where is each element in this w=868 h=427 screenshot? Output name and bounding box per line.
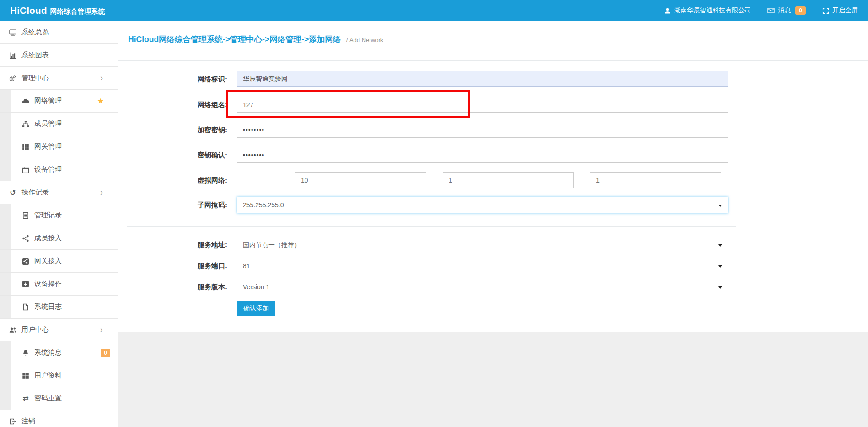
sidebar-item-label: 网关接入 — [34, 257, 62, 265]
sidebar-item-system-log[interactable]: 系统日志 — [0, 296, 118, 319]
sidebar-item-member-access[interactable]: 成员接入 — [0, 227, 118, 250]
subnet-mask-select[interactable]: 255.255.255.0 — [237, 197, 728, 213]
service-version-value: Version 1 — [243, 283, 269, 291]
service-version-label: 服务版本: — [118, 279, 227, 295]
messages-count-badge: 0 — [795, 6, 806, 15]
sidebar-item-label: 系统消息 — [34, 348, 62, 357]
virtual-network-input-1[interactable] — [295, 172, 426, 188]
sidebar-item-label: 密码重置 — [34, 394, 62, 403]
service-port-select[interactable]: 81 — [237, 258, 728, 274]
sidebar-item-label: 管理中心 — [21, 74, 49, 82]
cloud-icon — [21, 97, 30, 105]
calendar-icon — [21, 166, 30, 173]
breadcrumb-path[interactable]: HiCloud网络综合管理系统->管理中心->网络管理->添加网络 — [128, 35, 341, 44]
sidebar-item-label: 网关管理 — [34, 142, 62, 151]
sidebar-item-label: 注销 — [21, 417, 35, 426]
sidebar-item-user-center[interactable]: 用户中心› — [0, 319, 118, 341]
mail-icon — [767, 7, 775, 14]
app-logo[interactable]: HiCloud 网络综合管理系统 — [10, 5, 105, 16]
sidebar-item-label: 成员管理 — [34, 119, 62, 128]
virtual-network-input-3[interactable] — [590, 172, 721, 188]
caret-down-icon — [718, 286, 722, 289]
encrypt-key-input[interactable] — [237, 122, 728, 138]
company-account[interactable]: 湖南华辰智通科技有限公司 — [664, 6, 751, 15]
sitemap-icon — [21, 120, 30, 128]
sidebar-item-user-profile[interactable]: 用户资料 — [0, 364, 118, 387]
sidebar-item-label: 系统日志 — [34, 303, 62, 311]
service-address-value: 国内节点一（推荐） — [243, 241, 300, 249]
fullscreen-button[interactable]: 开启全屏 — [822, 6, 858, 15]
sidebar-item-badge: 0 — [101, 349, 110, 357]
sidebar-item-system-charts[interactable]: 系统图表 — [0, 44, 118, 67]
key-confirm-label: 密钥确认: — [118, 147, 227, 163]
sidebar-item-label: 成员接入 — [34, 234, 62, 243]
file-icon — [21, 303, 30, 311]
sidebar-item-device-operation[interactable]: 设备操作 — [0, 273, 118, 296]
sidebar-item-system-messages[interactable]: 系统消息0 — [0, 341, 118, 364]
sidebar-item-system-overview[interactable]: 系统总览 — [0, 21, 118, 44]
sidebar-item-network-management[interactable]: 网络管理★ — [0, 90, 118, 113]
sidebar-item-admin-center[interactable]: 管理中心› — [0, 67, 118, 90]
virtual-network-label: 虚拟网络: — [118, 172, 227, 188]
sidebar-item-label: 设备操作 — [34, 280, 62, 288]
sidebar-item-operation-log[interactable]: ↺操作记录› — [0, 181, 118, 204]
service-port-value: 81 — [243, 262, 250, 270]
users-icon — [8, 326, 17, 334]
sidebar-item-label: 系统总览 — [21, 28, 49, 37]
share-square-icon — [21, 258, 30, 265]
desktop-icon — [8, 29, 17, 36]
sidebar-item-label: 网络管理 — [34, 97, 62, 105]
logo-primary: HiCloud — [10, 5, 47, 16]
network-group-label: 网络组名: — [118, 97, 227, 113]
network-id-label: 网络标识: — [118, 71, 227, 87]
breadcrumb-subtitle: / Add Network — [346, 37, 384, 43]
sidebar-item-member-management[interactable]: 成员管理 — [0, 113, 118, 135]
sidebar-item-label: 管理记录 — [34, 211, 62, 220]
subnet-mask-label: 子网掩码: — [118, 197, 227, 213]
sidebar-nav: 系统总览系统图表管理中心›网络管理★成员管理网关管理设备管理↺操作记录›管理记录… — [0, 21, 118, 427]
grid-icon — [21, 143, 30, 151]
header-right: 湖南华辰智通科技有限公司 消息 0 开启全屏 — [664, 6, 858, 15]
sidebar-item-label: 操作记录 — [21, 188, 49, 197]
form-section-divider — [127, 226, 736, 227]
key-confirm-input[interactable] — [237, 147, 728, 163]
sidebar-item-device-management[interactable]: 设备管理 — [0, 158, 118, 181]
submit-add-button[interactable]: 确认添加 — [237, 301, 275, 316]
caret-down-icon — [718, 244, 722, 247]
retweet-icon: ⇄ — [21, 395, 30, 402]
sidebar-item-label: 设备管理 — [34, 165, 62, 174]
gears-icon — [8, 75, 17, 82]
sidebar-item-gateway-management[interactable]: 网关管理 — [0, 135, 118, 158]
sidebar-item-logout[interactable]: 注销 — [0, 410, 118, 427]
sidebar-item-label: 用户中心 — [21, 325, 49, 334]
network-group-input[interactable] — [237, 97, 728, 113]
user-icon — [664, 7, 671, 14]
sidebar-item-password-reset[interactable]: ⇄密码重置 — [0, 387, 118, 410]
logo-secondary: 网络综合管理系统 — [50, 7, 105, 16]
service-address-select[interactable]: 国内节点一（推荐） — [237, 237, 728, 253]
messages-label: 消息 — [778, 6, 791, 15]
bar-chart-icon — [8, 52, 17, 59]
history-icon: ↺ — [8, 189, 17, 196]
sidebar-item-gateway-access[interactable]: 网关接入 — [0, 250, 118, 273]
fullscreen-label: 开启全屏 — [832, 6, 858, 15]
footer-band — [118, 332, 868, 427]
network-id-input[interactable] — [237, 71, 728, 87]
sidebar-item-label: 用户资料 — [34, 371, 62, 380]
file-text-icon — [21, 212, 30, 219]
encrypt-key-label: 加密密钥: — [118, 122, 227, 138]
share-icon — [21, 235, 30, 242]
service-version-select[interactable]: Version 1 — [237, 279, 728, 295]
plus-square-icon — [21, 281, 30, 288]
breadcrumb: HiCloud网络综合管理系统->管理中心->网络管理->添加网络 / Add … — [118, 21, 868, 61]
virtual-network-input-2[interactable] — [443, 172, 574, 188]
chevron-right-icon: › — [97, 325, 106, 334]
page: HiCloud 网络综合管理系统 湖南华辰智通科技有限公司 消息 0 开启全屏 … — [0, 0, 868, 427]
sidebar-item-admin-log[interactable]: 管理记录 — [0, 204, 118, 227]
subnet-mask-value: 255.255.255.0 — [243, 201, 284, 209]
chevron-right-icon: › — [97, 188, 106, 196]
chevron-right-icon: › — [97, 74, 106, 82]
add-network-form: 网络标识: 网络组名: 加密密钥: 密钥确认: 虚拟网络: 子网掩码: 255.… — [118, 61, 868, 332]
caret-down-icon — [718, 205, 722, 207]
messages-button[interactable]: 消息 0 — [767, 6, 806, 15]
